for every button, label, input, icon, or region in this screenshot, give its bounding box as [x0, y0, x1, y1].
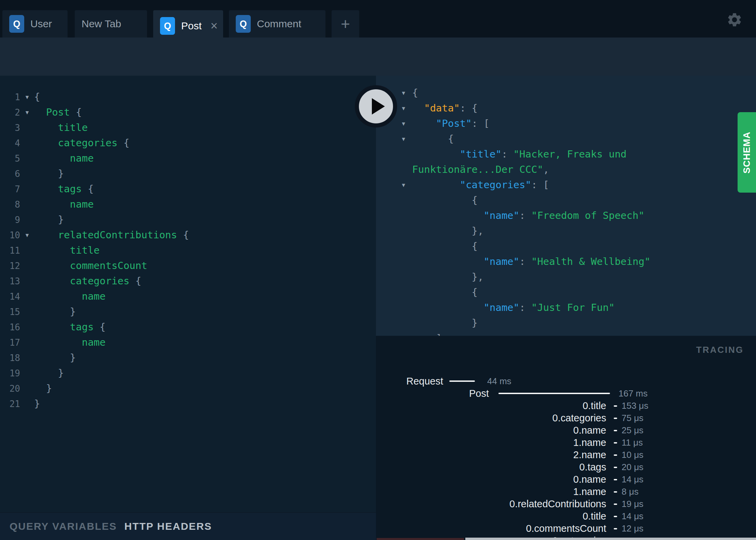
editor-line: 14 name — [0, 289, 376, 304]
code-token: : { — [460, 102, 478, 114]
tab-new-tab[interactable]: New Tab — [75, 10, 147, 38]
line-number: 21 — [0, 399, 20, 409]
schema-side-tab[interactable]: SCHEMA — [738, 112, 756, 193]
fold-arrow-icon[interactable]: ▾ — [20, 93, 34, 101]
line-number: 17 — [0, 338, 20, 348]
code-token: } — [34, 367, 64, 379]
fold-arrow-icon[interactable]: ▾ — [402, 131, 412, 147]
http-headers-tab[interactable]: HTTP HEADERS — [125, 521, 212, 532]
fold-arrow-icon[interactable]: ▾ — [402, 177, 412, 193]
tracing-row: 0.title14 μs — [376, 510, 756, 522]
editor-line: 20 } — [0, 381, 376, 396]
editor-code: } — [34, 381, 52, 396]
editor-code: } — [34, 304, 76, 319]
code-token: : — [519, 302, 531, 313]
line-number: 4 — [0, 138, 20, 148]
line-number: 7 — [0, 184, 20, 194]
tab-comment[interactable]: QComment — [229, 10, 325, 38]
tab-post[interactable]: QPost× — [153, 10, 223, 42]
response-code: ] — [412, 331, 756, 336]
editor-code: name — [34, 289, 106, 304]
tracing-duration-dot — [614, 467, 617, 468]
editor-code: title — [34, 120, 88, 135]
response-line: { — [376, 285, 756, 300]
line-number: 3 — [0, 123, 20, 133]
query-variables-tab[interactable]: QUERY VARIABLES — [10, 521, 117, 532]
code-token: "name" — [412, 210, 519, 221]
fold-arrow-icon[interactable]: ▾ — [402, 116, 412, 131]
response-line: "title": "Hacker, Freaks und — [376, 147, 756, 162]
code-token: } — [412, 317, 478, 329]
editor-line: 5 name — [0, 151, 376, 166]
settings-gear-icon[interactable] — [726, 12, 743, 28]
response-code: } — [412, 315, 756, 331]
tracing-row: Post167 ms — [376, 387, 756, 400]
tracing-row: 0.categories75 μs — [376, 412, 756, 424]
editor-line: 11 title — [0, 243, 376, 258]
code-token: { — [117, 137, 129, 149]
tracing-row: 0.name14 μs — [376, 473, 756, 485]
fold-arrow-icon[interactable]: ▾ — [20, 108, 34, 116]
tab-label: New Tab — [82, 18, 121, 30]
code-token: "Hacker, Freaks und — [513, 148, 627, 160]
editor-line: 12 commentsCount — [0, 258, 376, 273]
response-code: { — [412, 131, 756, 147]
toolbar: PRETTIFY HISTORY COPY CURL SHARE PLAYGRO… — [0, 38, 756, 76]
query-badge: Q — [236, 15, 251, 33]
tab-user[interactable]: QUser — [2, 10, 68, 38]
code-token: "categories" — [412, 179, 531, 191]
code-token: "name" — [412, 256, 519, 267]
editor-line: 6 } — [0, 166, 376, 181]
code-token: , — [543, 164, 549, 175]
response-code: { — [412, 239, 756, 254]
response-line: ▾ { — [376, 131, 756, 147]
editor-code: name — [34, 335, 106, 350]
code-token: Post — [34, 106, 70, 118]
editor-line: 3 title — [0, 120, 376, 135]
line-number: 16 — [0, 322, 20, 332]
tracing-row-label: 0.title — [583, 510, 606, 522]
fold-arrow-icon[interactable]: ▾ — [402, 85, 412, 101]
tracing-row-value: 19 μs — [622, 498, 643, 510]
response-code: "categories": [ — [412, 177, 756, 193]
code-token: "data" — [412, 102, 460, 114]
response-code: "name": "Just For Fun" — [412, 300, 756, 315]
code-token: : — [519, 210, 531, 221]
line-number: 18 — [0, 353, 20, 363]
query-editor-pane[interactable]: 1▾{2▾ Post {3 title4 categories {5 name6… — [0, 76, 376, 540]
code-token: : [ — [531, 179, 549, 191]
new-tab-button[interactable]: + — [332, 10, 359, 38]
tracing-duration-bar — [449, 380, 475, 382]
close-tab-icon[interactable]: × — [210, 20, 218, 32]
editor-line: 8 name — [0, 197, 376, 212]
clipped-text-remnant — [377, 538, 464, 540]
code-token: { — [94, 321, 106, 333]
tracing-row: 2.name10 μs — [376, 449, 756, 461]
tracing-duration-dot — [614, 430, 617, 431]
code-token: { — [82, 183, 94, 195]
response-pane: ▾{▾ "data": {▾ "Post": [▾ { "title": "Ha… — [376, 76, 756, 336]
tracing-row-label: 0.relatedContributions — [509, 498, 606, 510]
fold-arrow-icon[interactable]: ▾ — [402, 101, 412, 116]
line-number: 10 — [0, 230, 20, 240]
execute-query-button[interactable] — [355, 85, 397, 127]
code-token: { — [412, 133, 454, 145]
line-number: 13 — [0, 276, 20, 286]
horizontal-scrollbar[interactable] — [465, 538, 756, 540]
tracing-duration-dot — [614, 516, 617, 517]
editor-line: 19 } — [0, 365, 376, 381]
response-line: } — [376, 315, 756, 331]
editor-line: 13 categories { — [0, 273, 376, 289]
response-code: "name": "Freedom of Speech" — [412, 208, 756, 223]
tracing-row-label: 0.tags — [579, 461, 606, 473]
fold-arrow-icon[interactable]: ▾ — [20, 231, 34, 239]
code-token: "name" — [412, 302, 519, 313]
tracing-row-value: 25 μs — [622, 424, 643, 437]
tracing-panel: TRACING Request44 msPost167 ms0.title153… — [376, 336, 756, 540]
code-token: { — [34, 91, 40, 103]
response-code: }, — [412, 223, 756, 239]
tracing-row-label: 0.categories — [552, 412, 606, 424]
response-code: "data": { — [412, 101, 756, 116]
tracing-duration-dot — [614, 454, 617, 456]
code-token: "title" — [412, 148, 501, 160]
